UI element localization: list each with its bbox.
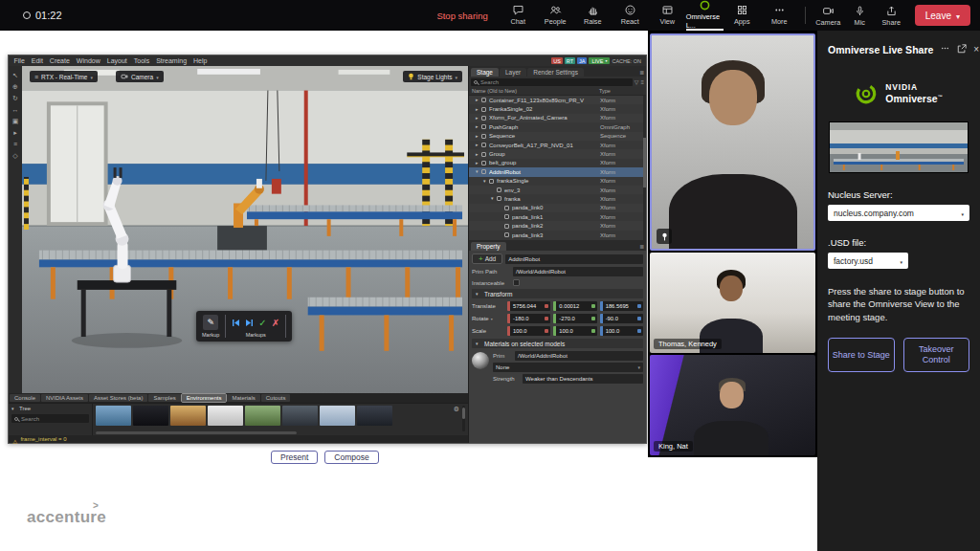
name-column-header[interactable]: Name (Old to New) <box>472 88 599 94</box>
environment-thumbnail[interactable] <box>96 406 131 426</box>
scale-tool-icon[interactable]: ↔ <box>12 106 19 113</box>
misc-tool-icon[interactable]: ◇ <box>12 152 17 159</box>
share-to-stage-button[interactable]: Share to Stage <box>828 338 895 372</box>
reject-markup-icon[interactable] <box>272 318 279 328</box>
tab-console[interactable]: Console <box>10 394 40 402</box>
table-row[interactable]: Container_F11_123x80x89cm_PR_VXform <box>469 96 646 104</box>
menu-layout[interactable]: Layout <box>103 57 130 64</box>
viewport-3d-scene[interactable] <box>22 66 468 393</box>
stop-sharing-button[interactable]: Stop sharing <box>436 11 487 21</box>
environment-thumbnail[interactable] <box>170 406 206 426</box>
panel-options-icon[interactable]: ≣ <box>639 70 644 76</box>
table-row[interactable]: GroupXform <box>469 149 646 158</box>
nucleus-server-select[interactable]: nucleus.company.com <box>828 205 969 221</box>
participant-video[interactable]: Thomas, Kennedy <box>650 253 815 353</box>
leave-button[interactable]: Leave <box>915 5 970 26</box>
scale-z-field[interactable]: 100.0 <box>600 326 643 336</box>
pop-out-icon[interactable] <box>957 44 967 55</box>
translate-y-field[interactable]: 0.00012 <box>553 301 596 311</box>
camera-selector[interactable]: Camera <box>116 71 164 82</box>
play-tool-icon[interactable]: ▸ <box>13 129 17 136</box>
toolbar-react[interactable]: React <box>612 0 649 31</box>
browser-tree-toggle[interactable]: Tree <box>11 406 89 411</box>
usd-file-select[interactable]: factory.usd <box>828 253 908 269</box>
close-icon[interactable]: × <box>973 45 979 55</box>
menu-tools[interactable]: Tools <box>130 57 152 64</box>
table-row[interactable]: panda_link0Xform <box>469 204 646 212</box>
tab-property[interactable]: Property <box>471 242 506 251</box>
environment-thumbnail[interactable] <box>133 406 168 426</box>
tab-materials[interactable]: Materials <box>227 394 259 402</box>
markup-pencil-icon[interactable] <box>203 315 218 330</box>
present-button[interactable]: Present <box>271 451 318 464</box>
add-property-button[interactable]: Add <box>472 253 502 264</box>
table-row[interactable]: frankaSingleXform <box>469 177 646 186</box>
tab-environments[interactable]: Environments <box>182 394 227 402</box>
toolbar-omniverse-app[interactable]: Omniverse L... <box>686 0 724 31</box>
mic-toggle[interactable]: Mic <box>844 0 876 31</box>
list-options-icon[interactable]: ≡ <box>640 79 644 85</box>
share-button[interactable]: Share <box>876 0 907 31</box>
next-markup-icon[interactable] <box>245 319 254 327</box>
takeover-control-button[interactable]: Takeover Control <box>903 338 970 372</box>
environment-thumbnail[interactable] <box>320 406 355 426</box>
table-row[interactable]: panda_link1Xform <box>469 212 646 221</box>
rotate-order-caret-icon[interactable] <box>491 316 493 321</box>
menu-help[interactable]: Help <box>190 57 211 64</box>
stage-lights-button[interactable]: Stage Lights <box>403 71 462 82</box>
participant-video-pinned[interactable] <box>650 33 815 251</box>
snap-tool-icon[interactable]: ▣ <box>12 118 19 124</box>
toolbar-chat[interactable]: Chat <box>500 0 537 31</box>
rotate-z-field[interactable]: -90.0 <box>600 314 643 323</box>
select-tool-icon[interactable]: ↖ <box>12 72 18 78</box>
transform-section-header[interactable]: Transform <box>472 289 643 298</box>
tab-nvidia-assets[interactable]: NVIDIA Assets <box>41 394 88 402</box>
menu-streaming[interactable]: Streaming <box>153 57 190 64</box>
compose-button[interactable]: Compose <box>324 451 378 464</box>
tab-stage[interactable]: Stage <box>471 68 499 77</box>
tab-cutouts[interactable]: Cutouts <box>261 394 291 402</box>
material-dropdown[interactable]: None <box>493 363 643 372</box>
previous-markup-icon[interactable] <box>232 319 240 327</box>
environment-thumbnail[interactable] <box>208 406 243 426</box>
approve-markup-icon[interactable] <box>258 318 266 328</box>
tab-samples[interactable]: Samples <box>148 394 180 402</box>
layers-tool-icon[interactable]: ≡ <box>13 141 17 147</box>
translate-z-field[interactable]: 186.5695 <box>600 301 643 311</box>
toolbar-more[interactable]: More <box>761 0 798 31</box>
renderer-selector[interactable]: RTX - Real-Time <box>30 71 98 82</box>
table-row[interactable]: env_3Xform <box>469 186 646 194</box>
table-row[interactable]: FrankaSingle_02Xform <box>469 104 646 113</box>
prim-name-field[interactable]: AddtnlRobot <box>505 254 643 264</box>
table-row[interactable]: panda_link3Xform <box>469 231 646 239</box>
table-row[interactable]: panda_link2Xform <box>469 221 646 230</box>
panel-more-icon[interactable] <box>940 43 950 55</box>
toolbar-people[interactable]: People <box>537 0 574 31</box>
tree-scrollbar[interactable] <box>643 96 646 240</box>
table-row[interactable]: belt_groupXform <box>469 159 646 167</box>
scale-y-field[interactable]: 100.0 <box>553 326 596 336</box>
scale-x-field[interactable]: 100.0 <box>507 326 550 336</box>
rotate-y-field[interactable]: -270.0 <box>553 314 596 323</box>
rotate-x-field[interactable]: -180.0 <box>507 314 550 323</box>
toolbar-view[interactable]: View <box>649 0 686 31</box>
tab-layer[interactable]: Layer <box>500 68 526 77</box>
table-row-selected[interactable]: AddtnlRobotXform <box>469 167 646 176</box>
menu-edit[interactable]: Edit <box>28 57 46 64</box>
menu-window[interactable]: Window <box>73 57 103 64</box>
browser-horizontal-scrollbar[interactable] <box>96 431 297 434</box>
instanceable-checkbox[interactable] <box>513 279 520 286</box>
browser-search-input[interactable]: Search <box>11 414 89 423</box>
menu-file[interactable]: File <box>11 57 28 64</box>
participant-video[interactable]: King, Nat <box>650 355 815 455</box>
property-options-icon[interactable]: ≣ <box>639 244 644 250</box>
menu-create[interactable]: Create <box>46 57 73 64</box>
table-row[interactable]: ConveyorBelt_A17_PR_NVD_01Xform <box>469 141 646 149</box>
browser-vertical-scrollbar[interactable] <box>462 406 465 431</box>
translate-x-field[interactable]: 5756.044 <box>507 301 550 311</box>
rotate-tool-icon[interactable]: ↻ <box>12 95 18 101</box>
type-column-header[interactable]: Type <box>599 88 643 94</box>
tab-render-settings[interactable]: Render Settings <box>527 68 584 77</box>
stage-search-input[interactable]: Search <box>471 78 633 86</box>
browser-settings-gear-icon[interactable] <box>454 406 459 412</box>
